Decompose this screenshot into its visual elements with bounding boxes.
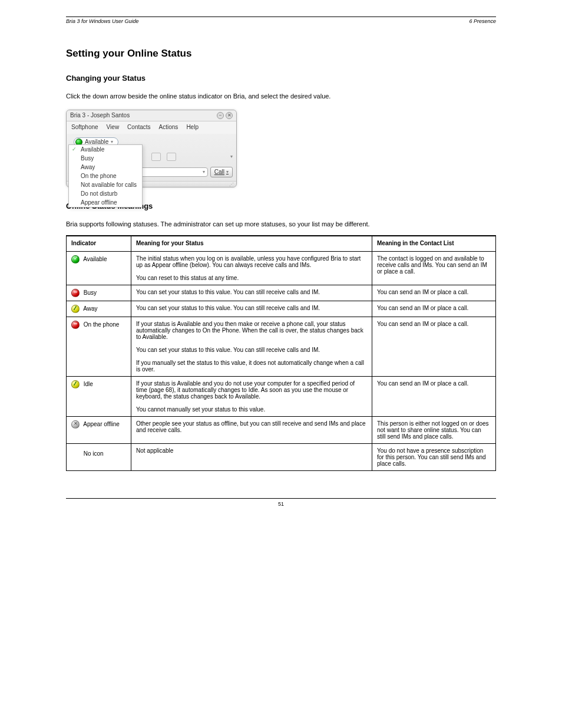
status-grey-icon bbox=[71, 420, 80, 429]
cell-contact-list: You can send an IM or place a call. bbox=[372, 317, 496, 376]
cell-meaning: If your status is Available and you then… bbox=[131, 317, 372, 376]
menu-softphone[interactable]: Softphone bbox=[71, 124, 98, 130]
dropdown-item-busy[interactable]: Busy bbox=[69, 154, 142, 163]
cell-contact-list: You can send an IM or place a call. bbox=[372, 376, 496, 416]
table-row: No iconNot applicableYou do not have a p… bbox=[67, 443, 496, 470]
envelope-icon[interactable] bbox=[151, 153, 161, 161]
status-table: Indicator Meaning for your Status Meanin… bbox=[66, 235, 496, 471]
indicator-label: No icon bbox=[82, 450, 104, 457]
table-row: AwayYou can set your status to this valu… bbox=[67, 301, 496, 317]
status-green-icon bbox=[71, 255, 80, 263]
chevron-down-icon[interactable]: ▾ bbox=[230, 154, 233, 159]
cell-meaning: You can set your status to this value. Y… bbox=[131, 285, 372, 301]
cell-contact-list: You do not have a presence subscription … bbox=[372, 443, 496, 470]
cell-meaning: The initial status when you log on is av… bbox=[131, 251, 372, 285]
softphone-window: Bria 3 - Joseph Santos − ✕ Softphone Vie… bbox=[66, 110, 237, 187]
page-number: 51 bbox=[278, 501, 284, 507]
heading-changing-status: Changing your Status bbox=[66, 74, 496, 83]
cell-indicator: Away bbox=[67, 301, 131, 317]
chevron-down-icon: ▾ bbox=[226, 169, 229, 174]
indicator-label: Busy bbox=[82, 289, 97, 296]
menu-actions[interactable]: Actions bbox=[159, 124, 178, 130]
softphone-menubar: Softphone View Contacts Actions Help bbox=[67, 121, 236, 134]
cell-meaning: Other people see your status as offline,… bbox=[131, 416, 372, 443]
dropdown-item-appear-offline[interactable]: Appear offline bbox=[69, 198, 142, 207]
para-changing-status: Click the down arrow beside the online s… bbox=[66, 92, 496, 101]
status-red-icon bbox=[71, 321, 80, 329]
header-rule bbox=[66, 17, 496, 17]
cell-indicator: On the phone bbox=[67, 317, 131, 376]
status-yellow-icon bbox=[71, 305, 80, 313]
col-header-contact-list: Meaning in the Contact List bbox=[372, 236, 496, 252]
para-status-meanings: Bria supports following statuses. The ad… bbox=[66, 220, 496, 229]
call-button[interactable]: Call ▾ bbox=[210, 167, 233, 177]
dropdown-item-available[interactable]: Available bbox=[69, 145, 142, 154]
cell-indicator: No icon bbox=[67, 443, 131, 470]
header-left: Bria 3 for Windows User Guide bbox=[66, 18, 138, 24]
cell-contact-list: The contact is logged on and available t… bbox=[372, 251, 496, 285]
indicator-label: Available bbox=[82, 256, 107, 262]
cell-contact-list: You can send an IM or place a call. bbox=[372, 301, 496, 317]
close-icon[interactable]: ✕ bbox=[226, 112, 233, 119]
cell-indicator: Available bbox=[67, 251, 131, 285]
cell-indicator: Busy bbox=[67, 285, 131, 301]
dropdown-item-do-not-disturb[interactable]: Do not disturb bbox=[69, 189, 142, 198]
heading-setting-status: Setting your Online Status bbox=[66, 48, 496, 60]
cell-indicator: Appear offline bbox=[67, 416, 131, 443]
status-dropdown[interactable]: Available Busy Away On the phone Not ava… bbox=[68, 144, 143, 207]
dropdown-item-on-the-phone[interactable]: On the phone bbox=[69, 172, 142, 180]
indicator-label: Appear offline bbox=[82, 421, 120, 427]
status-none-icon bbox=[71, 447, 80, 456]
status-red-icon bbox=[71, 289, 80, 297]
cell-contact-list: This person is either not logged on or d… bbox=[372, 416, 496, 443]
menu-contacts[interactable]: Contacts bbox=[127, 124, 150, 130]
cell-meaning: Not applicable bbox=[131, 443, 372, 470]
dropdown-item-away[interactable]: Away bbox=[69, 163, 142, 172]
cell-meaning: If your status is Available and you do n… bbox=[131, 376, 372, 416]
status-yellow-icon bbox=[71, 380, 80, 388]
table-row: IdleIf your status is Available and you … bbox=[67, 376, 496, 416]
chevron-down-icon: ▾ bbox=[203, 169, 205, 174]
header-right: 6 Presence bbox=[469, 18, 496, 24]
menu-help[interactable]: Help bbox=[186, 124, 199, 130]
table-row: On the phoneIf your status is Available … bbox=[67, 317, 496, 376]
cell-contact-list: You can send an IM or place a call. bbox=[372, 285, 496, 301]
call-button-label: Call bbox=[214, 169, 224, 175]
col-header-indicator: Indicator bbox=[67, 236, 131, 252]
table-row: AvailableThe initial status when you log… bbox=[67, 251, 496, 285]
indicator-label: On the phone bbox=[82, 321, 119, 328]
col-header-meaning: Meaning for your Status bbox=[131, 236, 372, 252]
minimize-icon[interactable]: − bbox=[217, 112, 224, 119]
page-header: Bria 3 for Windows User Guide 6 Presence bbox=[66, 18, 496, 24]
softphone-title-text: Bria 3 - Joseph Santos bbox=[70, 112, 130, 118]
dropdown-item-not-available[interactable]: Not available for calls bbox=[69, 180, 142, 189]
indicator-label: Idle bbox=[82, 381, 93, 387]
cell-indicator: Idle bbox=[67, 376, 131, 416]
table-row: Appear offlineOther people see your stat… bbox=[67, 416, 496, 443]
people-icon[interactable] bbox=[167, 153, 176, 161]
cell-meaning: You can set your status to this value. Y… bbox=[131, 301, 372, 317]
indicator-label: Away bbox=[82, 305, 98, 312]
page-footer: 51 bbox=[66, 498, 496, 507]
table-row: BusyYou can set your status to this valu… bbox=[67, 285, 496, 301]
softphone-titlebar: Bria 3 - Joseph Santos − ✕ bbox=[67, 110, 236, 121]
menu-view[interactable]: View bbox=[107, 124, 120, 130]
